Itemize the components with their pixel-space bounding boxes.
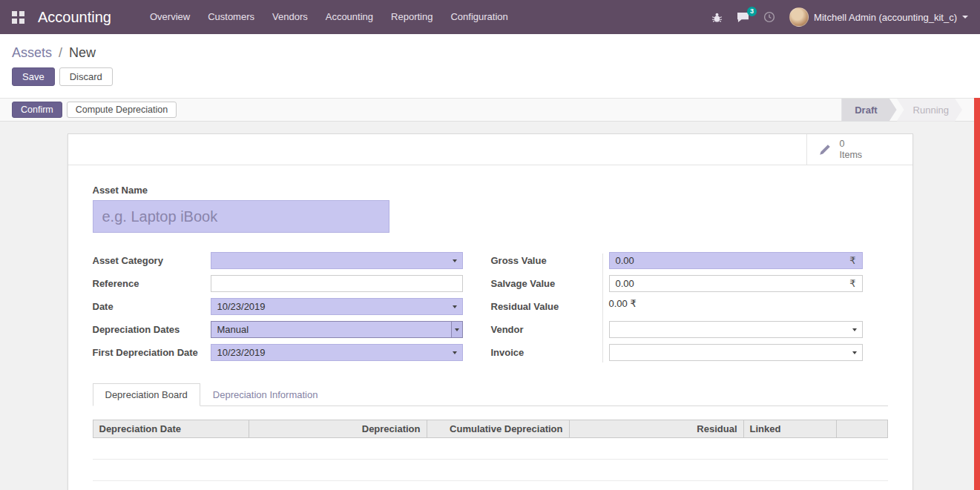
residual-value-label: Residual Value <box>491 298 602 315</box>
nav-item-configuration[interactable]: Configuration <box>441 0 516 34</box>
asset-form-sheet: 0 Items Asset Name Asset Category <box>68 133 913 490</box>
chevron-down-icon <box>453 259 457 262</box>
user-menu[interactable]: Mitchell Admin (accounting_kit_c) <box>789 7 968 27</box>
items-label: Items <box>840 150 863 160</box>
depreciation-dates-label: Depreciation Dates <box>93 321 211 338</box>
salvage-value-row: Salvage Value 0.00 ₹ <box>491 275 888 292</box>
status-draft-label: Draft <box>855 105 877 116</box>
invoice-label: Invoice <box>491 344 602 361</box>
items-stat-button[interactable]: 0 Items <box>806 134 912 165</box>
breadcrumb-separator: / <box>59 45 62 60</box>
confirm-button[interactable]: Confirm <box>12 102 62 118</box>
debug-bug-icon[interactable] <box>711 12 723 23</box>
items-count: 0 <box>840 139 863 149</box>
chevron-down-icon <box>852 351 857 354</box>
tab-depreciation-information[interactable]: Depreciation Information <box>200 383 331 406</box>
first-depreciation-date-row: First Depreciation Date 10/23/2019 <box>93 344 463 361</box>
asset-category-select[interactable] <box>211 252 463 269</box>
col-cumulative-depreciation[interactable]: Cumulative Depreciation <box>427 420 570 437</box>
breadcrumb: Assets / New <box>12 43 968 62</box>
sheet-body: Asset Name Asset Category <box>68 165 912 490</box>
apps-grid-icon[interactable] <box>12 11 24 24</box>
tab-depreciation-board[interactable]: Depreciation Board <box>93 383 200 406</box>
salvage-value-input[interactable]: 0.00 ₹ <box>609 275 863 292</box>
main-menu: Overview Customers Vendors Accounting Re… <box>141 0 517 34</box>
col-residual[interactable]: Residual <box>570 420 744 437</box>
reference-label: Reference <box>93 275 211 292</box>
col-depreciation-date[interactable]: Depreciation Date <box>93 420 249 437</box>
salvage-value-label: Salvage Value <box>491 275 602 292</box>
activities-clock-icon[interactable] <box>763 11 775 23</box>
select-arrow[interactable] <box>451 322 462 337</box>
status-running[interactable]: Running <box>897 99 962 122</box>
depreciation-board-table: Depreciation Date Depreciation Cumulativ… <box>93 420 888 481</box>
nav-item-vendors[interactable]: Vendors <box>263 0 317 34</box>
chevron-down-icon <box>453 351 457 354</box>
nav-item-accounting[interactable]: Accounting <box>317 0 382 34</box>
nav-item-reporting[interactable]: Reporting <box>382 0 441 34</box>
pencil-icon <box>818 142 832 157</box>
status-draft[interactable]: Draft <box>841 99 896 122</box>
first-depreciation-date-label: First Depreciation Date <box>93 344 211 361</box>
notebook-tabs: Depreciation Board Depreciation Informat… <box>93 383 888 406</box>
status-running-label: Running <box>913 105 949 116</box>
gross-value-row: Gross Value 0.00 ₹ <box>491 252 888 269</box>
right-alert-strip <box>974 98 980 490</box>
vendor-select[interactable] <box>609 321 863 338</box>
asset-name-input[interactable] <box>93 200 389 233</box>
gross-value-input[interactable]: 0.00 ₹ <box>609 252 863 269</box>
chevron-down-icon <box>852 328 857 331</box>
compute-depreciation-button[interactable]: Compute Depreciation <box>67 102 177 118</box>
date-input[interactable]: 10/23/2019 <box>211 298 463 315</box>
asset-name-label: Asset Name <box>93 185 888 196</box>
messages-icon[interactable]: 3 <box>737 12 749 23</box>
residual-value-text: 0.00 ₹ <box>609 295 637 309</box>
reference-input[interactable] <box>211 275 463 292</box>
col-depreciation[interactable]: Depreciation <box>249 420 427 437</box>
currency-symbol: ₹ <box>849 278 855 289</box>
control-panel: Assets / New Save Discard <box>0 34 980 98</box>
reference-text-input[interactable] <box>217 278 456 289</box>
right-field-group: Gross Value 0.00 ₹ Salvage Value 0 <box>491 252 888 367</box>
top-navbar: Accounting Overview Customers Vendors Ac… <box>0 0 980 34</box>
chevron-down-icon <box>962 16 968 19</box>
invoice-select[interactable] <box>609 344 863 361</box>
navbar-left: Accounting Overview Customers Vendors Ac… <box>12 0 517 34</box>
table-row[interactable] <box>93 460 888 481</box>
asset-name-block: Asset Name <box>93 185 888 233</box>
first-depreciation-date-input[interactable]: 10/23/2019 <box>211 344 463 361</box>
status-pipeline: Draft Running <box>841 99 962 122</box>
user-avatar <box>789 7 809 27</box>
breadcrumb-assets[interactable]: Assets <box>12 45 52 60</box>
invoice-row: Invoice <box>491 344 888 361</box>
asset-category-row: Asset Category <box>93 252 463 269</box>
breadcrumb-current: New <box>69 45 96 60</box>
discard-button[interactable]: Discard <box>59 67 113 86</box>
col-empty <box>837 420 887 437</box>
reference-row: Reference <box>93 275 463 292</box>
save-button[interactable]: Save <box>12 67 55 86</box>
messages-count-badge: 3 <box>747 7 757 16</box>
table-row[interactable] <box>93 438 888 460</box>
nav-item-overview[interactable]: Overview <box>141 0 199 34</box>
left-field-group: Asset Category Reference <box>93 252 463 367</box>
nav-item-customers[interactable]: Customers <box>199 0 263 34</box>
control-panel-buttons: Save Discard <box>12 67 968 86</box>
vendor-row: Vendor <box>491 321 888 338</box>
form-view: 0 Items Asset Name Asset Category <box>0 122 980 490</box>
gross-value-label: Gross Value <box>491 252 602 269</box>
date-row: Date 10/23/2019 <box>93 298 463 315</box>
date-label: Date <box>93 298 211 315</box>
sheet-top-strip: 0 Items <box>68 134 912 165</box>
user-name: Mitchell Admin (accounting_kit_c) <box>814 12 957 23</box>
currency-symbol: ₹ <box>849 255 855 266</box>
items-stat-text: 0 Items <box>840 139 863 160</box>
form-groups: Asset Category Reference <box>93 252 888 367</box>
app-title[interactable]: Accounting <box>38 9 111 26</box>
asset-category-label: Asset Category <box>93 252 211 269</box>
chevron-down-icon <box>453 305 457 308</box>
depreciation-dates-select[interactable]: Manual <box>211 321 463 338</box>
vendor-label: Vendor <box>491 321 602 338</box>
col-linked[interactable]: Linked <box>744 420 837 437</box>
depreciation-dates-row: Depreciation Dates Manual <box>93 321 463 338</box>
